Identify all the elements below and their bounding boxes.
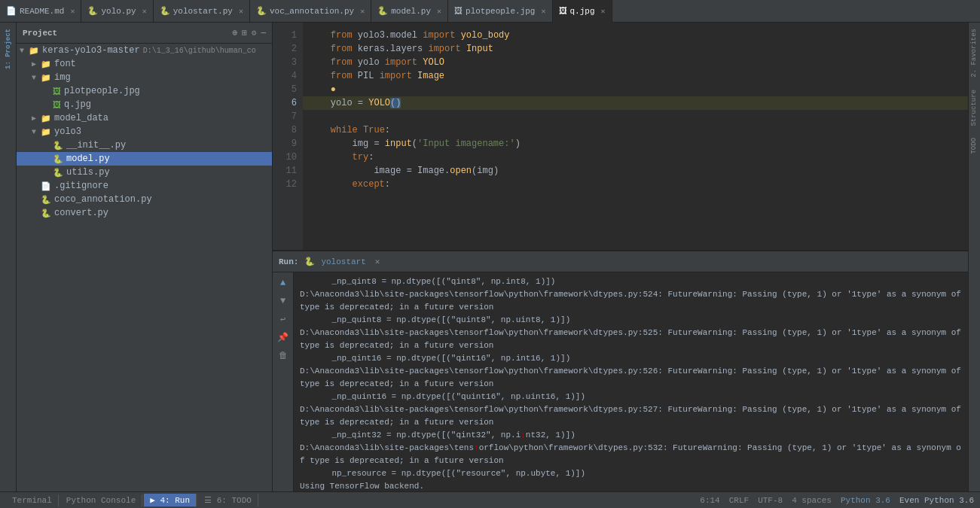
run-clear[interactable]: 🗑 <box>276 348 291 363</box>
plotpeople-icon: 🖼 <box>454 6 463 16</box>
modeldata-label: model_data <box>54 113 108 123</box>
vertical-tabs-left: 1: Project <box>0 23 17 491</box>
status-right: 6:14 CRLF UTF-8 4 spaces Python 3.6 Even… <box>700 496 974 505</box>
tab-voc-close[interactable]: ✕ <box>360 7 365 16</box>
yolo3-arrow: ▼ <box>32 128 41 136</box>
modeldata-folder-icon: 📁 <box>41 114 51 123</box>
project-tab[interactable]: 1: Project <box>3 23 14 75</box>
run-scroll-up[interactable]: ▲ <box>276 275 291 291</box>
run-out-9: _np_qint32 = np.dtype([("qint32", np.i↓n… <box>300 429 962 442</box>
run-pin[interactable]: 📌 <box>276 330 291 345</box>
indent-status: 4 spaces <box>792 496 832 505</box>
python-version-status: Python 3.6 <box>841 496 890 505</box>
tree-utilspy[interactable]: ▶ 🐍 utils.py <box>17 166 272 179</box>
tree-init[interactable]: ▶ 🐍 __init__.py <box>17 138 272 152</box>
modeldata-arrow: ▶ <box>32 114 41 123</box>
status-tabs: Terminal Python Console ▶ 4: Run ☰ 6: TO… <box>6 494 258 506</box>
convert-file-label: convert.py <box>54 208 108 218</box>
structure-label[interactable]: Structure <box>969 84 980 132</box>
tree-convert[interactable]: ▶ 🐍 convert.py <box>17 206 272 220</box>
code-line-3: from yolo import YOLO <box>303 56 968 69</box>
tree-coco[interactable]: ▶ 🐍 coco_annotation.py <box>17 193 272 206</box>
img-arrow: ▼ <box>32 74 41 82</box>
status-bar: Terminal Python Console ▶ 4: Run ☰ 6: TO… <box>0 491 980 508</box>
code-line-5: ● <box>303 83 968 96</box>
tab-plotpeople-close[interactable]: ✕ <box>541 7 545 16</box>
q-icon: 🖼 <box>559 6 567 16</box>
tree-img[interactable]: ▼ 📁 img <box>17 71 272 84</box>
terminal-tab[interactable]: Terminal <box>6 494 59 506</box>
favorites-label[interactable]: 2. Favorites <box>969 23 980 84</box>
line-num-12: 12 <box>273 178 303 191</box>
crlf-status: CRLF <box>729 496 749 505</box>
tab-yolostart[interactable]: 🐍 yolostart.py ✕ <box>154 0 250 23</box>
run-name: yolostart <box>321 257 365 266</box>
tab-yolo-close[interactable]: ✕ <box>142 7 147 16</box>
line-num-5: 5 <box>273 83 303 96</box>
line-num-2: 2 <box>273 42 303 56</box>
utilspy-file-icon: 🐍 <box>53 168 63 178</box>
run-wrap[interactable]: ↩ <box>276 312 291 327</box>
run-content: ▲ ▼ ↩ 📌 🗑 _np_qint8 = np.dtype([("qint8"… <box>273 272 968 491</box>
voc-icon: 🐍 <box>256 6 267 16</box>
line-num-8: 8 <box>273 123 303 137</box>
qjpg-file-label: q.jpg <box>64 99 91 110</box>
python-console-tab[interactable]: Python Console <box>60 494 142 506</box>
plotpeople-file-label: plotpeople.jpg <box>64 86 140 96</box>
todo-label[interactable]: TODO <box>969 132 980 160</box>
side-labels: 2. Favorites Structure TODO <box>968 23 980 491</box>
code-lines[interactable]: from yolo3.model import yolo_body from k… <box>303 23 968 250</box>
tree-plotpeople[interactable]: ▶ 🖼 plotpeople.jpg <box>17 84 272 98</box>
tab-plotpeople[interactable]: 🖼 plotpeople.jpg ✕ <box>448 0 552 23</box>
run-scroll-down[interactable]: ▼ <box>276 294 291 309</box>
convert-file-icon: 🐍 <box>41 208 51 218</box>
tree-modelpy[interactable]: ▶ 🐍 model.py <box>17 152 272 166</box>
run-close[interactable]: ✕ <box>375 257 380 266</box>
tree-yolo3[interactable]: ▼ 📁 yolo3 <box>17 125 272 138</box>
tab-readme[interactable]: 📄 README.md ✕ <box>0 0 81 23</box>
warning-path-5: D:\Anaconda3\lib\site-packages\tens↑orfl… <box>300 443 668 452</box>
run-out-5: _np_qint16 = np.dtype([("qint16", np.int… <box>300 352 962 365</box>
tab-model-close[interactable]: ✕ <box>437 7 441 16</box>
line-num-4: 4 <box>273 69 303 83</box>
root-label: keras-yolo3-master <box>42 45 140 56</box>
root-arrow: ▼ <box>20 47 29 55</box>
tab-q-close[interactable]: ✕ <box>601 7 606 16</box>
even-python-status: Even Python 3.6 <box>899 496 974 505</box>
run-controls: ▲ ▼ ↩ 📌 🗑 <box>273 272 294 491</box>
tree-modeldata[interactable]: ▶ 📁 model_data <box>17 111 272 125</box>
tab-voc[interactable]: 🐍 voc_annotation.py ✕ <box>250 0 371 23</box>
minus-icon[interactable]: — <box>261 28 266 38</box>
tree-root[interactable]: ▼ 📁 keras-yolo3-master D:\1_3_16\github\… <box>17 44 272 57</box>
code-line-2: from keras.layers import Input <box>303 42 968 56</box>
tab-yolostart-close[interactable]: ✕ <box>239 7 243 16</box>
font-label: font <box>54 59 76 69</box>
layout-icon[interactable]: ⊞ <box>242 28 247 38</box>
crosshair-icon[interactable]: ⊕ <box>233 28 238 38</box>
run-out-3: _np_quint8 = np.dtype([("quint8", np.uin… <box>300 314 962 327</box>
tree-font[interactable]: ▶ 📁 font <box>17 57 272 71</box>
coco-file-label: coco_annotation.py <box>54 194 152 205</box>
run-panel: Run: 🐍 yolostart ✕ ▲ ▼ ↩ 📌 🗑 _np_qint8 =… <box>273 251 968 491</box>
tab-yolo[interactable]: 🐍 yolo.py ✕ <box>81 0 153 23</box>
utilspy-file-label: utils.py <box>66 167 110 178</box>
run-output[interactable]: _np_qint8 = np.dtype([("qint8", np.int8,… <box>294 272 968 491</box>
run-tab[interactable]: ▶ 4: Run <box>144 494 197 506</box>
tab-q[interactable]: 🖼 q.jpg ✕ <box>553 0 612 23</box>
font-folder-icon: 📁 <box>41 59 51 69</box>
run-header: Run: 🐍 yolostart ✕ <box>273 251 968 272</box>
gear-icon[interactable]: ⚙ <box>252 28 257 38</box>
tree-gitignore[interactable]: ▶ 📄 .gitignore <box>17 179 272 193</box>
todo-tab[interactable]: ☰ 6: TODO <box>198 494 258 506</box>
init-file-icon: 🐍 <box>53 141 63 151</box>
tree-qjpg[interactable]: ▶ 🖼 q.jpg <box>17 98 272 111</box>
code-line-4: from PIL import Image <box>303 69 968 83</box>
readme-icon: 📄 <box>6 6 17 16</box>
code-line-8: while True: <box>303 123 968 137</box>
line-num-7: 7 <box>273 110 303 123</box>
tab-readme-close[interactable]: ✕ <box>70 7 75 16</box>
sidebar: Project ⊕ ⊞ ⚙ — ▼ 📁 keras-yolo3-master D… <box>17 23 273 491</box>
root-path: D:\1_3_16\github\human_co <box>143 47 256 55</box>
tab-model[interactable]: 🐍 model.py ✕ <box>371 0 448 23</box>
yolostart-icon: 🐍 <box>160 6 170 16</box>
